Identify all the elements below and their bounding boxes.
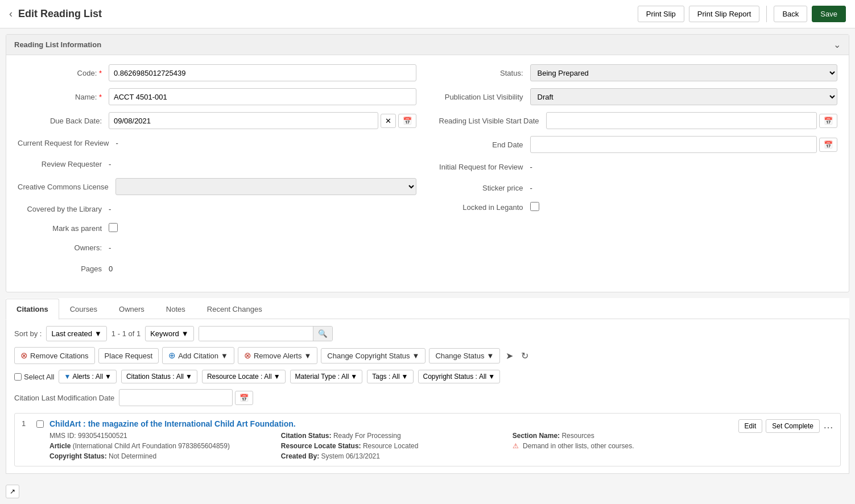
date-filter-row: Citation Last Modification Date 📅: [14, 389, 841, 406]
tab-citations[interactable]: Citations: [6, 299, 59, 320]
status-field: Being Prepared: [530, 64, 838, 81]
change-status-button[interactable]: Change Status ▼: [429, 348, 500, 363]
remove-alerts-button[interactable]: ⊗ Remove Alerts ▼: [238, 347, 317, 364]
material-type-value: All: [341, 373, 349, 381]
resource-locate-dropdown-icon: ▼: [274, 373, 280, 381]
citation-number: 1: [22, 419, 31, 428]
owners-label: Owners:: [18, 243, 109, 252]
copyright-status-item: Copyright Status: Not Determined: [49, 452, 270, 460]
citation-more-button[interactable]: …: [823, 419, 833, 431]
creative-commons-select[interactable]: [115, 178, 416, 195]
created-label: Created By:: [281, 452, 319, 460]
filter-row: Select All ▼ Alerts : All ▼ Citation Sta…: [14, 370, 841, 383]
tags-dropdown-icon: ▼: [402, 373, 408, 381]
citation-title[interactable]: ChildArt : the magazine of the Internati…: [49, 419, 296, 428]
copyright-status-val: Not Determined: [109, 452, 156, 460]
resource-locate-label: Resource Locate :: [207, 373, 262, 381]
form-grid: Code: * Name: *: [18, 64, 837, 283]
citations-body: Sort by : Last created ▼ 1 - 1 of 1 Keyw…: [6, 319, 849, 474]
search-button[interactable]: 🔍: [313, 327, 332, 341]
created-by: Created By: System 06/13/2021: [281, 452, 501, 460]
refresh-icon[interactable]: ↻: [519, 348, 531, 363]
resource-locate-filter-button[interactable]: Resource Locate : All ▼: [202, 370, 286, 383]
mark-parent-checkbox[interactable]: [109, 223, 118, 232]
copyright-status-filter-button[interactable]: Copyright Status : All ▼: [418, 370, 501, 383]
print-slip-button[interactable]: Print Slip: [638, 6, 684, 22]
due-back-date-input[interactable]: [109, 112, 378, 129]
form-right-col: Status: Being Prepared Publication List …: [439, 64, 838, 283]
pages-label: Pages: [18, 265, 109, 273]
share-icon[interactable]: ➤: [503, 348, 515, 363]
material-type-dropdown-icon: ▼: [350, 373, 357, 381]
copyright-status-label: Copyright Status :: [423, 373, 477, 381]
end-date-calendar-button[interactable]: 📅: [819, 138, 837, 152]
citation-status-filter-button[interactable]: Citation Status : All ▼: [121, 370, 197, 383]
name-row: Name: *: [18, 88, 416, 105]
clear-date-button[interactable]: ✕: [381, 114, 396, 128]
remove-citations-button[interactable]: ⊗ Remove Citations: [14, 347, 95, 364]
visibility-field: Draft: [530, 88, 838, 105]
set-complete-button[interactable]: Set Complete: [766, 419, 820, 433]
date-filter-calendar-button[interactable]: 📅: [235, 391, 253, 405]
sticker-label: Sticker price: [439, 184, 530, 192]
name-input[interactable]: [109, 88, 416, 105]
change-copyright-button[interactable]: Change Copyright Status ▼: [321, 348, 426, 363]
search-input-wrap: 🔍: [199, 326, 333, 341]
alerts-label: Alerts :: [72, 373, 93, 381]
visible-start-calendar-button[interactable]: 📅: [819, 114, 837, 128]
demand-text: Demand in other lists, other courses.: [523, 442, 634, 450]
code-field: [109, 64, 416, 81]
save-button[interactable]: Save: [812, 6, 846, 22]
section-name-val: Resources: [561, 432, 594, 440]
alerts-filter-button[interactable]: ▼ Alerts : All ▼: [59, 370, 116, 383]
current-request-label: Current Request for Review: [18, 139, 115, 147]
select-all-checkbox[interactable]: [14, 373, 22, 381]
back-arrow-icon[interactable]: ‹: [9, 8, 13, 20]
calendar-button[interactable]: 📅: [398, 114, 416, 128]
edit-citation-button[interactable]: Edit: [738, 419, 763, 433]
due-back-date-label: Due Back Date:: [18, 117, 109, 125]
visible-start-input[interactable]: [546, 112, 817, 129]
minus-alerts-icon: ⊗: [244, 350, 251, 361]
material-type-label: Material Type :: [295, 373, 340, 381]
reading-list-info-panel: Reading List Information ⌄ Code: * Name: [6, 34, 849, 292]
initial-request-row: Initial Request for Review -: [439, 160, 838, 174]
tab-courses[interactable]: Courses: [59, 299, 108, 320]
resource-locate-value: All: [264, 373, 271, 381]
sort-dropdown-icon: ▼: [94, 329, 102, 338]
citation-checkbox[interactable]: [36, 420, 44, 428]
place-request-button[interactable]: Place Request: [98, 348, 159, 363]
citation-status-val: Ready For Processing: [333, 432, 401, 440]
pages-row: Pages 0: [18, 262, 416, 276]
date-filter-input[interactable]: [119, 389, 233, 406]
creative-commons-label: Creative Commons License: [18, 183, 115, 191]
sort-select-button[interactable]: Last created ▼: [46, 326, 106, 341]
search-input[interactable]: [199, 327, 313, 341]
add-citation-button[interactable]: ⊕ Add Citation ▼: [162, 347, 234, 364]
back-button[interactable]: Back: [774, 6, 807, 22]
demand-info: ⚠ Demand in other lists, other courses.: [513, 442, 733, 450]
end-date-input[interactable]: [530, 136, 817, 153]
tab-notes[interactable]: Notes: [155, 299, 196, 320]
keyword-select-button[interactable]: Keyword ▼: [145, 326, 193, 341]
sort-label: Sort by :: [14, 329, 42, 338]
current-request-value: -: [115, 136, 416, 150]
locked-checkbox[interactable]: [530, 202, 539, 211]
visibility-select[interactable]: Draft: [530, 88, 838, 105]
alerts-dropdown-icon: ▼: [105, 373, 111, 381]
tabs-container: Citations Courses Owners Notes Recent Ch…: [6, 298, 849, 319]
code-input[interactable]: [109, 64, 416, 81]
search-bar: Sort by : Last created ▼ 1 - 1 of 1 Keyw…: [14, 326, 841, 341]
end-date-field: 📅: [530, 136, 838, 153]
initial-request-label: Initial Request for Review: [439, 163, 530, 171]
status-select[interactable]: Being Prepared: [530, 64, 838, 81]
due-back-date-row: Due Back Date: ✕ 📅: [18, 112, 416, 129]
tags-filter-button[interactable]: Tags : All ▼: [367, 370, 413, 383]
tab-recent-changes[interactable]: Recent Changes: [196, 299, 273, 320]
print-slip-report-button[interactable]: Print Slip Report: [689, 6, 760, 22]
review-requester-row: Review Requester -: [18, 157, 416, 171]
section-header[interactable]: Reading List Information ⌄: [6, 35, 849, 55]
material-type-filter-button[interactable]: Material Type : All ▼: [290, 370, 363, 383]
citation-item: 1 ChildArt : the magazine of the Interna…: [14, 413, 841, 466]
tab-owners[interactable]: Owners: [108, 299, 155, 320]
